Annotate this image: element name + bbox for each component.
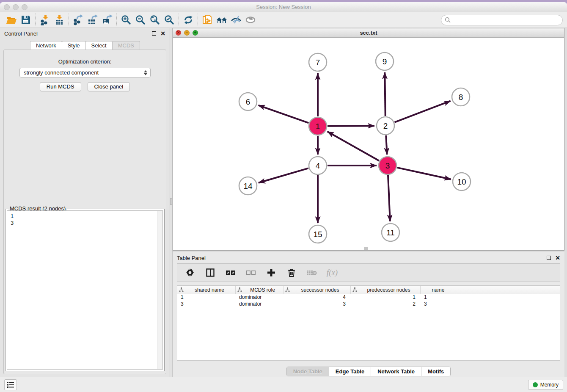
mcds-panel: Optimization criterion: strongly connect… — [3, 50, 166, 374]
close-window-button[interactable] — [4, 4, 10, 10]
open-file-icon[interactable] — [4, 14, 19, 26]
close-panel-button[interactable]: Close panel — [88, 82, 130, 91]
export-image-icon[interactable] — [100, 14, 114, 26]
control-panel-header: Control Panel ✕ — [0, 28, 170, 39]
criterion-value: strongly connected component — [24, 69, 99, 76]
tab-network-table[interactable]: Network Table — [371, 367, 421, 376]
tab-edge-table[interactable]: Edge Table — [329, 367, 371, 376]
export-network-icon[interactable] — [71, 14, 85, 26]
edge-3-11[interactable] — [388, 175, 390, 221]
split-columns-icon[interactable] — [204, 266, 216, 279]
gear-icon[interactable] — [184, 266, 196, 279]
cell-successor-nodes[interactable]: 3 — [284, 301, 351, 308]
duplicate-network-icon[interactable] — [200, 14, 215, 26]
criterion-dropdown[interactable]: strongly connected component — [19, 68, 151, 77]
delete-icon[interactable] — [286, 266, 297, 279]
list-icon — [7, 381, 14, 388]
cell-name[interactable]: 1 — [421, 294, 456, 301]
tab-node-table[interactable]: Node Table — [287, 367, 329, 376]
delete-table-icon — [306, 266, 318, 279]
select-all-icon[interactable] — [225, 266, 237, 279]
memory-label: Memory — [540, 382, 559, 388]
import-network-icon[interactable] — [38, 14, 52, 26]
cell-MCDS-role[interactable]: dominator — [236, 301, 284, 308]
search-box[interactable] — [441, 15, 563, 25]
export-table-icon[interactable] — [85, 14, 100, 26]
refresh-icon[interactable] — [181, 14, 195, 26]
search-input[interactable] — [453, 16, 562, 24]
column-header-name[interactable]: name — [421, 286, 456, 294]
edge-3-10[interactable] — [397, 168, 451, 179]
toolbar-separator — [35, 14, 36, 26]
cell-name[interactable]: 3 — [421, 301, 456, 308]
float-table-panel-icon[interactable] — [547, 256, 551, 260]
close-panel-icon[interactable]: ✕ — [160, 31, 165, 36]
toolbar-separator — [116, 14, 117, 26]
node-table[interactable]: shared nameMCDS rolesuccessor nodesprede… — [177, 285, 560, 361]
splitter-grip-icon[interactable] — [170, 198, 172, 205]
scrollbar-track[interactable] — [157, 211, 162, 369]
tab-style[interactable]: Style — [62, 41, 86, 50]
minimize-view-button[interactable]: − — [184, 30, 190, 36]
maximize-view-button[interactable]: + — [193, 30, 198, 36]
column-header-MCDS-role[interactable]: MCDS role — [236, 286, 284, 294]
edge-2-8[interactable] — [394, 101, 450, 122]
column-header-predecessor-nodes[interactable]: predecessor nodes — [351, 286, 421, 294]
edge-1-2[interactable] — [328, 126, 374, 126]
cell-shared-name[interactable]: 1 — [177, 294, 236, 301]
cell-successor-nodes[interactable]: 4 — [284, 294, 351, 301]
network-graph[interactable]: 7968124314101511 — [173, 38, 564, 250]
app-window: Session: New Session — [0, 2, 567, 392]
tab-select[interactable]: Select — [85, 41, 113, 50]
table-row[interactable]: 3dominator323 — [177, 301, 560, 308]
run-mcds-button[interactable]: Run MCDS — [40, 82, 81, 91]
node-label-9: 9 — [383, 57, 387, 66]
float-panel-icon[interactable] — [152, 31, 156, 36]
tab-mcds[interactable]: MCDS — [112, 41, 140, 50]
hide-unhide-icon[interactable] — [229, 14, 243, 26]
resize-grip-icon[interactable] — [364, 247, 368, 250]
edge-4-14[interactable] — [259, 168, 308, 182]
panel-splitter[interactable] — [170, 28, 173, 377]
table-row[interactable]: 1dominator411 — [177, 294, 560, 301]
result-line: 1 — [11, 213, 159, 220]
mcds-result-list[interactable]: 13 — [7, 210, 163, 370]
save-session-icon[interactable] — [19, 14, 33, 26]
zoom-out-icon[interactable] — [133, 14, 148, 26]
tab-motifs[interactable]: Motifs — [421, 367, 450, 376]
task-history-button[interactable] — [4, 379, 17, 390]
close-view-button[interactable]: ✕ — [176, 30, 181, 36]
close-table-panel-icon[interactable]: ✕ — [555, 256, 560, 260]
maximize-window-button[interactable] — [22, 4, 28, 10]
zoom-in-icon[interactable] — [119, 14, 133, 26]
cell-shared-name[interactable]: 3 — [177, 301, 236, 308]
column-header-shared-name[interactable]: shared name — [177, 286, 236, 294]
edge-3-1[interactable] — [328, 132, 379, 161]
toolbar-separator — [179, 14, 179, 26]
edge-2-3[interactable] — [386, 135, 387, 155]
node-label-11: 11 — [386, 228, 395, 237]
zoom-fit-icon[interactable] — [148, 14, 162, 26]
graph-canvas[interactable]: 7968124314101511 — [173, 38, 564, 250]
memory-button[interactable]: Memory — [528, 380, 563, 390]
edge-1-6[interactable] — [259, 105, 309, 123]
table-tabs: Node TableEdge TableNetwork TableMotifs — [173, 367, 564, 376]
home-layout-icon[interactable] — [215, 14, 229, 26]
cell-predecessor-nodes[interactable]: 2 — [351, 301, 421, 308]
preview-eye-icon[interactable] — [243, 14, 258, 26]
import-table-icon[interactable] — [52, 14, 66, 26]
tab-network[interactable]: Network — [30, 41, 62, 50]
memory-status-icon — [533, 382, 538, 387]
cell-predecessor-nodes[interactable]: 1 — [351, 294, 421, 301]
deselect-all-icon[interactable] — [245, 266, 257, 279]
main-area: Control Panel ✕ NetworkStyleSelectMCDS O… — [0, 28, 567, 377]
zoom-selected-icon[interactable] — [162, 14, 176, 26]
cell-MCDS-role[interactable]: dominator — [236, 294, 284, 301]
network-title: scc.txt — [173, 28, 564, 38]
minimize-window-button[interactable] — [13, 4, 19, 10]
optimization-label: Optimization criterion: — [4, 58, 166, 65]
column-tree-icon — [285, 287, 290, 292]
add-column-icon[interactable] — [265, 266, 277, 279]
column-header-successor-nodes[interactable]: successor nodes — [284, 286, 351, 294]
edge-2-9[interactable] — [385, 72, 385, 116]
